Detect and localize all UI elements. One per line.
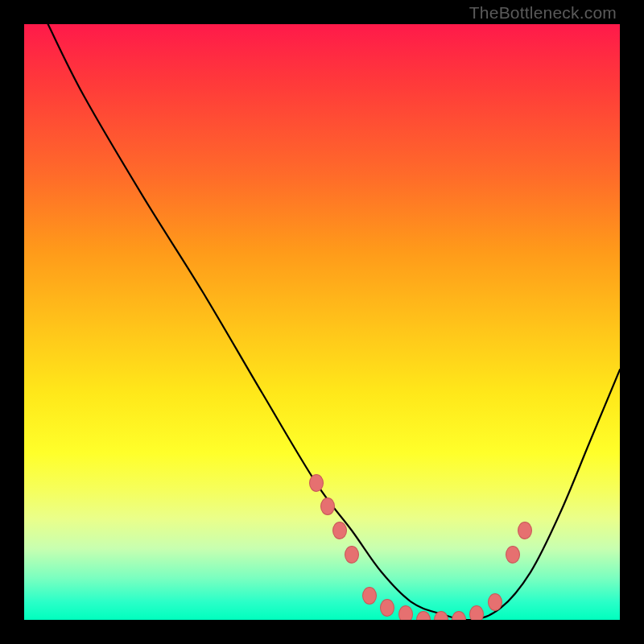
data-point: [309, 474, 324, 492]
data-point: [518, 522, 532, 539]
data-point: [506, 546, 520, 564]
plot-area: [24, 24, 620, 620]
data-point: [398, 605, 413, 620]
data-point: [488, 593, 502, 611]
data-point: [380, 599, 394, 617]
data-point: [345, 546, 359, 564]
data-point: [332, 522, 347, 539]
data-point: [362, 587, 377, 605]
data-point: [469, 605, 484, 620]
data-point: [320, 497, 335, 515]
attribution-text: TheBottleneck.com: [469, 3, 617, 23]
chart-frame: TheBottleneck.com: [0, 0, 644, 644]
